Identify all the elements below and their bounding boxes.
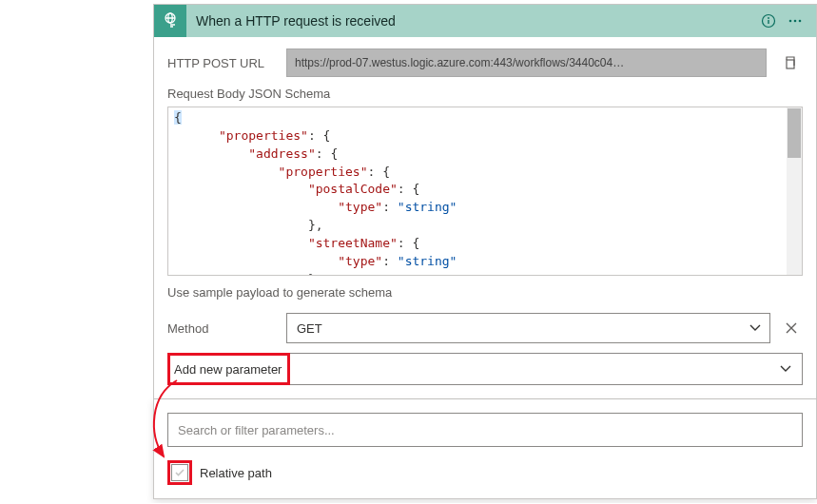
card-body: HTTP POST URL https://prod-07.westus.log… (154, 37, 816, 398)
http-trigger-icon (154, 5, 186, 37)
trigger-card: When a HTTP request is received HTTP POS… (153, 4, 817, 399)
card-title: When a HTTP request is received (196, 13, 755, 29)
parameter-option-row[interactable]: Relative path (167, 460, 803, 485)
method-label: Method (167, 321, 277, 336)
sample-payload-link[interactable]: Use sample payload to generate schema (167, 285, 392, 300)
url-label: HTTP POST URL (167, 56, 277, 70)
svg-rect-8 (787, 60, 794, 68)
clear-method-button[interactable] (780, 317, 803, 339)
chevron-down-icon (779, 362, 792, 376)
svg-point-7 (799, 20, 802, 23)
method-value: GET (297, 321, 322, 336)
parameter-option-label: Relative path (200, 466, 272, 480)
svg-point-5 (789, 20, 792, 23)
card-header: When a HTTP request is received (154, 5, 816, 37)
more-button[interactable] (782, 8, 808, 34)
svg-point-6 (794, 20, 797, 23)
url-value[interactable]: https://prod-07.westus.logic.azure.com:4… (286, 48, 767, 77)
schema-label: Request Body JSON Schema (167, 87, 803, 101)
info-button[interactable] (755, 8, 782, 34)
scrollbar[interactable] (787, 107, 802, 275)
add-parameter-label: Add new parameter (167, 353, 290, 385)
schema-textarea[interactable]: { "properties": { "address": { "properti… (167, 107, 803, 276)
relative-path-checkbox[interactable] (171, 464, 188, 481)
add-parameter-dropdown[interactable]: Add new parameter (167, 353, 803, 385)
copy-button[interactable] (776, 49, 803, 76)
svg-rect-4 (768, 20, 768, 24)
chevron-down-icon (749, 321, 762, 335)
parameter-dropdown-panel: Relative path (153, 399, 817, 499)
svg-point-3 (768, 17, 769, 19)
method-select[interactable]: GET (286, 313, 770, 343)
parameter-search-input[interactable] (167, 413, 803, 447)
